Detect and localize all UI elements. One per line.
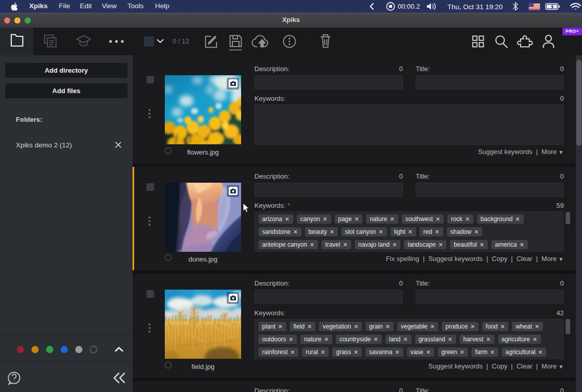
svg-text:00:00.2: 00:00.2 xyxy=(398,3,420,10)
svg-text:Thu, Oct 31 19:20: Thu, Oct 31 19:20 xyxy=(447,3,503,11)
